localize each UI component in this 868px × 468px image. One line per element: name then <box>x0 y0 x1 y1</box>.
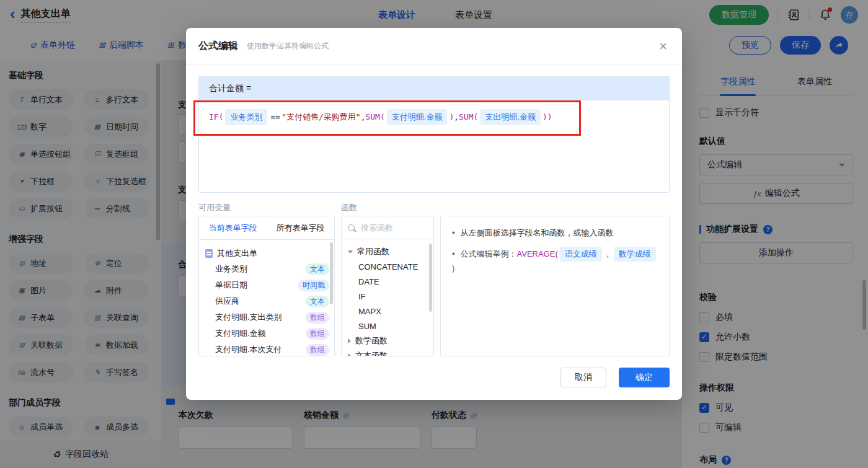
chevron-down-icon <box>348 250 353 254</box>
tab-all-form-fields[interactable]: 所有表单字段 <box>277 223 325 234</box>
variable-type-badge: 文本 <box>306 263 329 275</box>
function-collapsed-groups: 数学函数 文本函数 <box>348 333 427 356</box>
variable-row[interactable]: 支付明细.本次支付 数组 <box>205 342 329 356</box>
function-list: 常用函数 CONCATENATE DATE IF MAPX SUM <box>342 239 433 356</box>
formula-editor-modal: 公式编辑 使用数学运算符编辑公式 × 合计金额 = IF( 业务类别 == "支… <box>186 28 682 400</box>
annotation-red-box <box>193 100 581 136</box>
function-group-collapsed[interactable]: 文本函数 <box>348 348 427 356</box>
close-icon[interactable]: × <box>659 40 667 53</box>
variables-label: 可用变量 <box>198 202 231 213</box>
function-item[interactable]: DATE <box>348 274 427 289</box>
tip-2-function: AVERAGE( <box>517 247 558 261</box>
function-item[interactable]: CONCATENATE <box>348 259 427 274</box>
variables-root-node[interactable]: 其他支出单 <box>205 246 329 261</box>
variable-type-badge: 文本 <box>306 296 329 307</box>
function-group-label: 常用函数 <box>357 246 389 257</box>
function-search-input[interactable] <box>360 223 424 233</box>
modal-header: 公式编辑 使用数学运算符编辑公式 × <box>186 28 682 65</box>
tip-2-separator: ， <box>604 247 612 261</box>
app-window: ‹ 其他支出单 表单设计 表单设置 数据管理 <box>0 0 868 468</box>
variables-scrollbar[interactable] <box>330 242 333 304</box>
variables-root-label: 其他支出单 <box>217 248 257 259</box>
tip-2-chip-2: 数学成绩 <box>614 247 656 262</box>
tips-panel: 从左侧面板选择字段名和函数，或输入函数 公式编辑举例： AVERAGE( 语文成… <box>440 216 670 356</box>
variable-row[interactable]: 业务类别 文本 <box>205 261 329 277</box>
variable-type-badge: 时间戳 <box>298 280 329 291</box>
variable-row[interactable]: 支付明细.支出类别 数组 <box>205 309 329 325</box>
variables-tree: 其他支出单 业务类别 文本 单据日期 时间戳 <box>199 240 334 356</box>
tip-2-chip-1: 语文成绩 <box>560 247 602 262</box>
function-search <box>342 216 433 239</box>
function-group-common[interactable]: 常用函数 <box>348 244 427 259</box>
variable-row[interactable]: 支付明细.金额 数组 <box>205 325 329 342</box>
variable-name: 单据日期 <box>215 280 247 291</box>
variables-tabs: 当前表单字段 所有表单字段 <box>199 216 334 240</box>
function-group-label: 数学函数 <box>355 335 388 347</box>
tip-1-text: 从左侧面板选择字段名和函数，或输入函数 <box>461 226 614 240</box>
tip-2-prefix: 公式编辑举例： <box>461 247 517 261</box>
confirm-button[interactable]: 确定 <box>619 368 670 387</box>
functions-label: 函数 <box>341 202 357 213</box>
function-item[interactable]: MAPX <box>348 304 427 319</box>
cancel-button[interactable]: 取消 <box>560 368 606 387</box>
variable-name: 供应商 <box>215 296 239 307</box>
tip-2-close-paren: ) <box>452 262 454 275</box>
variable-type-badge: 数组 <box>306 344 329 356</box>
variables-list: 业务类别 文本 单据日期 时间戳 供应商 文本 <box>205 261 329 356</box>
function-item[interactable]: SUM <box>348 319 427 333</box>
modal-subtitle: 使用数学运算符编辑公式 <box>247 41 329 51</box>
tip-line-1: 从左侧面板选择字段名和函数，或输入函数 <box>452 226 658 240</box>
variable-name: 业务类别 <box>215 263 247 275</box>
tip-line-2: 公式编辑举例： AVERAGE( 语文成绩 ， 数学成绩 ) <box>452 247 658 275</box>
variable-name: 支付明细.本次支付 <box>215 344 282 355</box>
variable-name: 支付明细.金额 <box>215 328 266 339</box>
variables-panel: 当前表单字段 所有表单字段 其他支出单 业务类别 文本 <box>198 216 335 356</box>
variable-row[interactable]: 供应商 文本 <box>205 293 329 309</box>
functions-panel: 常用函数 CONCATENATE DATE IF MAPX SUM <box>341 216 434 356</box>
tab-current-form-fields[interactable]: 当前表单字段 <box>209 223 257 234</box>
functions-scrollbar[interactable] <box>429 244 432 312</box>
variable-name: 支付明细.支出类别 <box>215 312 282 323</box>
function-group-collapsed[interactable]: 数学函数 <box>348 333 427 348</box>
variable-row[interactable]: 单据日期 时间戳 <box>205 277 329 293</box>
function-group-label: 文本函数 <box>355 350 388 356</box>
function-item[interactable]: IF <box>348 289 427 304</box>
function-items: CONCATENATE DATE IF MAPX SUM <box>348 259 427 333</box>
variable-type-badge: 数组 <box>306 312 329 324</box>
form-doc-icon <box>205 249 213 258</box>
chevron-right-icon <box>348 338 351 343</box>
search-icon <box>348 224 355 231</box>
formula-target: 合计金额 = <box>199 77 669 100</box>
chevron-right-icon <box>348 353 351 356</box>
modal-title: 公式编辑 <box>198 40 238 53</box>
variable-type-badge: 数组 <box>306 328 329 340</box>
